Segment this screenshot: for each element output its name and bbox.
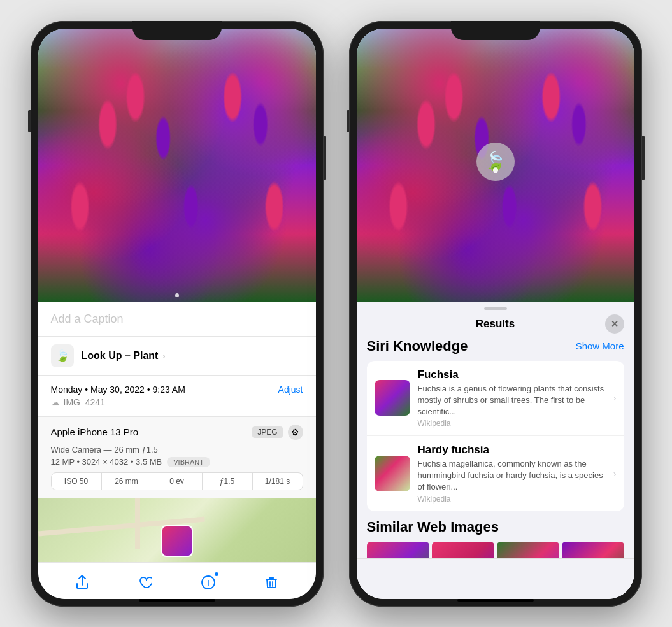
photo-details-view: Add a Caption 🍃 Look Up – Plant › Monday… [38, 29, 316, 599]
exif-row: ISO 50 26 mm 0 ev ƒ1.5 1/181 s [51, 472, 303, 490]
phone-2-screen: 🍃 Results ✕ Siri Knowledge Show More [357, 29, 634, 599]
mp-row: 12 MP • 3024 × 4032 • 3.5 MB VIBRANT [51, 457, 303, 467]
home-indicator-2 [457, 599, 534, 602]
adjust-button[interactable]: Adjust [278, 384, 303, 395]
similar-title: Similar Web Images [367, 519, 624, 535]
lens-info: Wide Camera — 26 mm ƒ1.5 [51, 445, 303, 454]
lookup-results-view: 🍃 Results ✕ Siri Knowledge Show More [357, 29, 634, 599]
mp-info: 12 MP • 3024 × 4032 • 3.5 MB [51, 457, 162, 467]
photo-display[interactable] [38, 29, 316, 302]
show-more-button[interactable]: Show More [576, 341, 624, 351]
exif-aperture: ƒ1.5 [203, 473, 253, 490]
similar-image-4[interactable] [562, 542, 624, 558]
lookup-bold: Look Up – [82, 350, 131, 361]
fuchsia-chevron: › [613, 393, 617, 403]
cloud-icon: ☁ [51, 397, 60, 407]
camera-header: Apple iPhone 13 Pro JPEG ⚙ [51, 425, 303, 440]
fuchsia-text: Fuchsia Fuchsia is a genus of flowering … [418, 369, 606, 428]
camera-badges: JPEG ⚙ [252, 425, 303, 440]
phone-1-screen: Add a Caption 🍃 Look Up – Plant › Monday… [38, 29, 316, 599]
exif-shutter: 1/181 s [253, 473, 303, 490]
photo-date: Monday • May 30, 2022 • 9:23 AM [51, 384, 185, 395]
lookup-label: Look Up – Plant › [82, 350, 166, 362]
exif-ev: 0 ev [152, 473, 203, 490]
fuchsia-desc: Fuchsia is a genus of flowering plants t… [418, 383, 606, 418]
map-view[interactable] [38, 498, 316, 562]
phone-2: 🍃 Results ✕ Siri Knowledge Show More [349, 21, 642, 607]
notch-2 [451, 21, 540, 40]
delete-button[interactable] [259, 570, 284, 595]
page-indicator-dot [175, 293, 179, 297]
siri-knowledge-header: Siri Knowledge Show More [367, 338, 624, 355]
hardy-desc: Fuchsia magellanica, commonly known as t… [418, 458, 606, 493]
similar-image-3[interactable] [497, 542, 559, 558]
similar-images-section: Similar Web Images [367, 519, 624, 558]
fuchsia-source: Wikipedia [418, 419, 606, 428]
photo-display-2[interactable]: 🍃 [357, 29, 634, 302]
close-button[interactable]: ✕ [605, 314, 624, 334]
hardy-chevron: › [613, 468, 617, 479]
settings-icon[interactable]: ⚙ [288, 425, 303, 440]
flower-overlay [38, 29, 316, 302]
fuchsia-thumbnail [375, 380, 410, 416]
info-active-dot [213, 571, 220, 577]
jpeg-badge: JPEG [252, 426, 282, 438]
similar-images-grid [367, 542, 624, 558]
main-container: Add a Caption 🍃 Look Up – Plant › Monday… [0, 2, 672, 626]
results-panel: Results ✕ Siri Knowledge Show More [357, 302, 634, 599]
filename-row: ☁ IMG_4241 [51, 397, 303, 407]
hardy-title: Hardy fuchsia [418, 444, 606, 456]
similar-image-1[interactable] [367, 542, 429, 558]
info-button[interactable]: i [196, 570, 221, 595]
knowledge-item-fuchsia[interactable]: Fuchsia Fuchsia is a genus of flowering … [367, 361, 624, 437]
caption-placeholder: Add a Caption [51, 313, 124, 325]
style-badge: VIBRANT [167, 457, 210, 467]
lookup-icon: 🍃 [51, 344, 74, 367]
map-road-v [135, 498, 140, 549]
lookup-text: Plant [133, 350, 158, 361]
caption-field[interactable]: Add a Caption [38, 302, 316, 337]
lookup-chevron: › [162, 351, 166, 361]
map-background [38, 498, 316, 562]
home-indicator-1 [139, 599, 215, 602]
knowledge-card: Fuchsia Fuchsia is a genus of flowering … [367, 361, 624, 511]
share-button[interactable] [69, 570, 95, 595]
fuchsia-title: Fuchsia [418, 369, 606, 381]
exif-iso: ISO 50 [52, 473, 102, 490]
similar-image-2[interactable] [432, 542, 494, 558]
date-row: Monday • May 30, 2022 • 9:23 AM Adjust [51, 384, 303, 395]
phone2-toolbar-area [357, 558, 634, 599]
siri-knowledge-badge[interactable]: 🍃 [476, 143, 515, 181]
notch-1 [132, 21, 222, 40]
favorite-button[interactable] [132, 570, 158, 595]
siri-dot [493, 167, 498, 173]
camera-info: Apple iPhone 13 Pro JPEG ⚙ Wide Camera —… [38, 417, 316, 498]
hardy-text: Hardy fuchsia Fuchsia magellanica, commo… [418, 444, 606, 504]
results-body: Siri Knowledge Show More Fuchsia Fuchsia… [357, 338, 634, 558]
hardy-source: Wikipedia [418, 495, 606, 504]
map-photo-thumbnail [161, 525, 193, 557]
exif-focal: 26 mm [102, 473, 152, 490]
siri-knowledge-title: Siri Knowledge [367, 338, 468, 355]
phone-1: Add a Caption 🍃 Look Up – Plant › Monday… [31, 21, 324, 607]
visual-lookup-row[interactable]: 🍃 Look Up – Plant › [38, 337, 316, 376]
photo-toolbar: i [38, 562, 316, 599]
hardy-thumbnail [375, 456, 410, 491]
svg-text:i: i [207, 579, 209, 588]
results-header: Results ✕ [357, 310, 634, 338]
photo-meta: Monday • May 30, 2022 • 9:23 AM Adjust ☁… [38, 376, 316, 417]
results-title: Results [476, 318, 515, 330]
camera-name: Apple iPhone 13 Pro [51, 426, 139, 437]
knowledge-item-hardy[interactable]: Hardy fuchsia Fuchsia magellanica, commo… [367, 436, 624, 511]
filename: IMG_4241 [64, 397, 105, 407]
